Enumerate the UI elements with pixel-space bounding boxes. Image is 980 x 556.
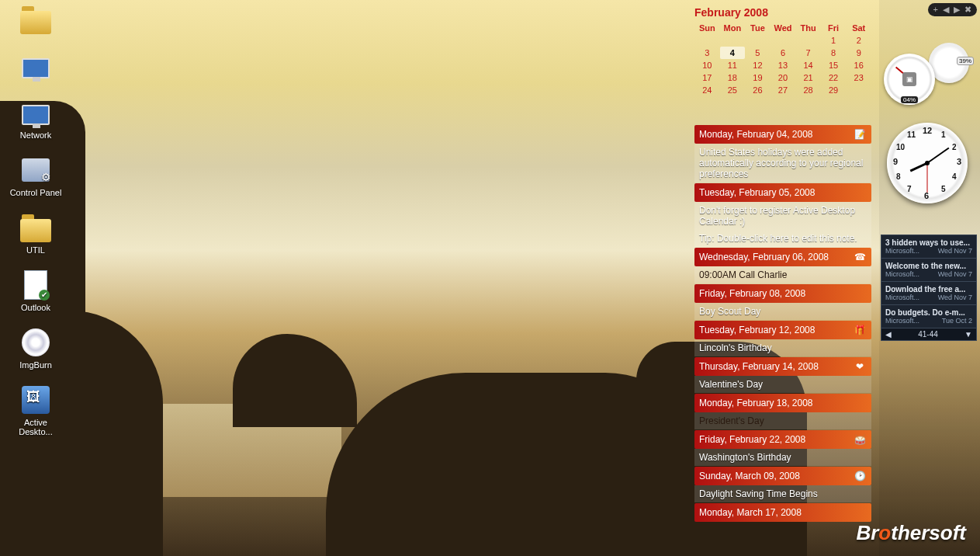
desktop-icon-outlook[interactable]: Outlook [6, 269, 65, 312]
calendar-cell[interactable]: 19 [745, 71, 770, 84]
sidebar-control-button[interactable]: + [931, 5, 940, 15]
event-body[interactable]: President's Day [694, 412, 871, 429]
calendar-cell[interactable]: 27 [770, 84, 796, 96]
feed-range: 41-44 [918, 330, 938, 339]
calendar-cell[interactable]: 28 [795, 84, 821, 96]
ram-percent: 39% [957, 57, 974, 65]
calendar-cell[interactable]: 17 [694, 71, 720, 84]
calendar-cell[interactable]: 21 [795, 71, 821, 84]
calendar-day-header: Fri [821, 22, 847, 34]
feed-source: Microsoft... [885, 247, 919, 255]
icon-label: UTIL [6, 245, 65, 255]
desktop-icon-active-deskto-[interactable]: Active Deskto... [6, 384, 65, 436]
feed-item[interactable]: Download the free a... Microsoft...Wed N… [881, 282, 976, 305]
second-hand [927, 163, 928, 193]
clock-gadget[interactable]: 12 3 6 9 1 2 4 5 7 8 10 11 [887, 123, 968, 203]
calendar-cell[interactable]: 13 [770, 59, 796, 71]
watermark: Brothersoft [856, 521, 966, 545]
event-header[interactable]: Friday, February 22, 2008 🥁 [694, 430, 871, 449]
feed-dropdown[interactable]: ▼ [964, 330, 972, 339]
calendar-cell[interactable]: 22 [821, 71, 847, 84]
event-date: Tuesday, February 05, 2008 [699, 187, 815, 198]
calendar-cell[interactable]: 3 [694, 47, 720, 59]
event-header[interactable]: Sunday, March 09, 2008 🕑 [694, 467, 871, 485]
calendar-cell[interactable]: 4 [720, 47, 746, 59]
monitor-icon [19, 50, 52, 82]
feed-date: Tue Oct 2 [942, 317, 972, 325]
feed-item[interactable]: Do budgets. Do e-m... Microsoft...Tue Oc… [881, 305, 976, 328]
event-icon: 🕑 [853, 469, 867, 483]
calendar-cell[interactable]: 18 [720, 71, 746, 84]
desktop-icon-monitor[interactable] [6, 50, 65, 82]
feed-source: Microsoft... [885, 294, 919, 301]
event-header[interactable]: Tuesday, February 12, 2008 🎁 [694, 321, 871, 339]
sidebar-controls: +◀▶✖ [928, 3, 977, 16]
calendar-cell[interactable]: 9 [846, 47, 871, 59]
calendar-cell[interactable]: 14 [795, 59, 821, 71]
calendar-cell[interactable]: 25 [720, 84, 746, 96]
calendar-cell[interactable]: 12 [745, 59, 770, 71]
calendar-cell[interactable]: 6 [770, 47, 796, 59]
calendar-cell[interactable]: 24 [694, 84, 720, 96]
feed-source: Microsoft... [885, 270, 919, 278]
calendar-day-header: Mon [720, 22, 746, 34]
feed-item[interactable]: Welcome to the new... Microsoft...Wed No… [881, 259, 976, 282]
event-body[interactable]: Tip: Double-click here to edit this note… [694, 230, 871, 247]
calendar-cell[interactable]: 2 [846, 34, 871, 47]
event-icon [853, 287, 867, 301]
sidebar-control-button[interactable]: ◀ [940, 5, 951, 15]
cpu-icon: ▣ [902, 72, 916, 86]
feed-gadget[interactable]: 3 hidden ways to use... Microsoft...Wed … [881, 235, 977, 341]
feed-prev[interactable]: ◀ [885, 330, 892, 339]
event-body[interactable]: 09:00AM Call Charlie [694, 266, 871, 283]
event-body[interactable]: Boy Scout Day [694, 303, 871, 320]
calendar-cell[interactable]: 1 [821, 34, 847, 47]
folder-icon [19, 3, 52, 36]
event-header[interactable]: Tuesday, February 05, 2008 [694, 183, 871, 202]
calendar-cell[interactable]: 16 [846, 59, 871, 71]
calendar-cell[interactable]: 20 [770, 71, 796, 84]
desktop-icon-network[interactable]: Network [6, 96, 65, 140]
calendar-cell[interactable]: 7 [795, 47, 821, 59]
feed-item[interactable]: 3 hidden ways to use... Microsoft...Wed … [881, 235, 976, 259]
calendar-widget[interactable]: February 2008 SunMonTueWedThuFriSat 1234… [694, 6, 871, 96]
event-body[interactable]: United States holidays were added automa… [694, 144, 871, 182]
calendar-cell[interactable]: 15 [821, 59, 847, 71]
calendar-cell[interactable]: 8 [821, 47, 847, 59]
calendar-day-header: Thu [795, 22, 821, 34]
event-body[interactable]: Daylight Saving Time Begins [694, 485, 871, 502]
event-body[interactable]: Washington's Birthday [694, 449, 871, 466]
meter-gadget[interactable]: 39% ▣ 04% [884, 43, 969, 113]
calendar-cell[interactable]: 11 [720, 59, 746, 71]
calendar-cell[interactable]: 26 [745, 84, 770, 96]
calendar-cell[interactable]: 29 [821, 84, 847, 96]
cpu-gauge: ▣ 04% [884, 54, 935, 105]
icon-label: Active Deskto... [6, 418, 65, 436]
event-body[interactable]: Valentine's Day [694, 376, 871, 393]
sidebar-control-button[interactable]: ▶ [951, 5, 962, 15]
sidebar-control-button[interactable]: ✖ [962, 5, 974, 15]
event-date: Friday, February 22, 2008 [699, 434, 805, 445]
calendar-cell[interactable]: 23 [846, 71, 871, 84]
calendar-cell[interactable]: 10 [694, 59, 720, 71]
calendar-cell [745, 34, 770, 47]
event-header[interactable]: Monday, February 18, 2008 [694, 394, 871, 412]
event-header[interactable]: Wednesday, February 06, 2008 ☎ [694, 248, 871, 266]
event-header[interactable]: Friday, February 08, 2008 [694, 284, 871, 303]
event-icon [853, 186, 867, 200]
event-header[interactable]: Monday, February 04, 2008 📝 [694, 125, 871, 144]
event-header[interactable]: Monday, March 17, 2008 [694, 503, 871, 522]
event-header[interactable]: Thursday, February 14, 2008 ❤ [694, 357, 871, 376]
event-date: Sunday, March 09, 2008 [699, 471, 800, 481]
desktop-icon-imgburn[interactable]: ImgBurn [6, 326, 65, 370]
calendar-cell[interactable]: 5 [745, 47, 770, 59]
event-body[interactable]: Lincoln's Birthday [694, 339, 871, 356]
desktop-icon-util[interactable]: UTIL [6, 211, 65, 255]
calendar-grid: SunMonTueWedThuFriSat 123456789101112131… [694, 22, 871, 96]
event-body[interactable]: Don't forget to register Active Desktop … [694, 202, 871, 230]
feed-footer: ◀ 41-44 ▼ [881, 328, 976, 340]
monitor-icon [19, 96, 52, 129]
calendar-cell [694, 34, 720, 47]
desktop-icon-control-panel[interactable]: Control Panel [6, 154, 65, 197]
desktop-icon-folder[interactable] [6, 3, 65, 36]
